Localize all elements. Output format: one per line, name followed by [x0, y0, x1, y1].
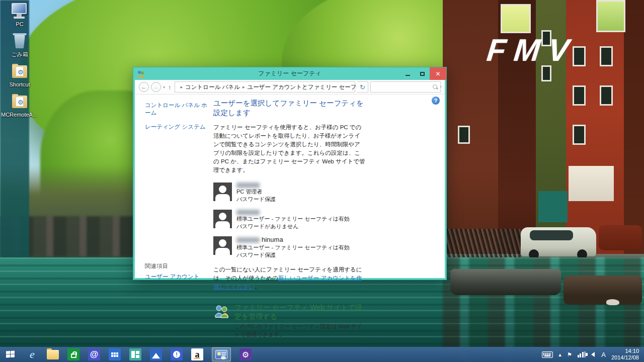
moored-boat — [564, 276, 642, 305]
sidebar-item-control-panel-home[interactable]: コントロール パネル ホーム — [145, 102, 213, 117]
user-row-standard[interactable]: 標準ユーザー - ファミリー セーフティは有効 パスワードがありません — [213, 210, 365, 230]
duck — [606, 299, 619, 305]
search-input[interactable] — [373, 84, 433, 90]
breadcrumb-separator: ▸ — [179, 84, 185, 89]
user-list: PC 管理者 パスワード保護 標準ユーザー - ファミリー セーフティは有効 パ… — [213, 183, 365, 259]
desktop-icon-label: ごみ箱 — [1, 51, 38, 57]
page-title: ユーザーを選択してファミリー セーフティを設定します — [213, 99, 365, 118]
user-role: PC 管理者 — [236, 188, 276, 196]
show-hidden-icons[interactable]: ▴ — [558, 351, 561, 358]
user-row-admin[interactable]: PC 管理者 パスワード保護 — [213, 183, 365, 203]
file-explorer-icon[interactable] — [47, 348, 59, 360]
window-controls: ✕ — [400, 67, 446, 80]
clock-date: 2014/12/08 — [611, 354, 639, 361]
refresh-button[interactable]: ↻ — [357, 81, 368, 93]
settings-icon[interactable]: ⚙ — [239, 348, 252, 360]
taskbar: e @ ! a ⚙ ▴ ⚑ A 14:10 2014/12/08 — [0, 347, 644, 362]
white-car — [521, 227, 596, 256]
user-avatar-icon — [213, 236, 232, 255]
clock-time: 14:10 — [611, 348, 639, 354]
desktop: FMV PC ごみ箱 ⚙ Shortcut ⚙ MCRemoteAcc... フ… — [0, 0, 644, 362]
touch-keyboard-icon[interactable] — [542, 351, 553, 358]
storefront — [569, 166, 614, 201]
desktop-icons: PC ごみ箱 ⚙ Shortcut ⚙ MCRemoteAcc... — [1, 3, 38, 124]
desktop-icon-label: MCRemoteAcc... — [1, 112, 38, 118]
user-role: 標準ユーザー - ファミリー セーフティは有効 — [236, 244, 350, 251]
house-window — [501, 4, 531, 33]
desktop-icon-shortcut[interactable]: ⚙ Shortcut — [1, 63, 38, 87]
create-account-note: この一覧にない人にファミリー セーフティを適用するには、その人が使うための新しい… — [213, 265, 365, 291]
sidebar: コントロール パネル ホーム レーティング システム 関連項目 ユーザー アカウ… — [145, 102, 213, 276]
action-center-flag-icon[interactable]: ⚑ — [567, 351, 572, 358]
parked-bicycles — [445, 229, 521, 258]
family-safety-window: ファミリー セーフティ ✕ ← → ▾ ↑ ▸ コントロール パネル — [133, 67, 447, 280]
ime-indicator[interactable]: A — [601, 351, 606, 358]
house-window — [573, 85, 586, 106]
breadcrumb-item-control-panel[interactable]: コントロール パネル — [184, 83, 241, 91]
user-password-status: パスワードがありません — [236, 223, 350, 230]
history-dropdown-icon[interactable]: ▾ — [163, 85, 165, 89]
maximize-button[interactable] — [415, 67, 430, 80]
house-window — [600, 85, 613, 106]
breadcrumb-item-user-accounts[interactable]: ユーザー アカウントとファミリー セーフティ — [246, 83, 369, 91]
user-avatar-icon — [213, 183, 232, 201]
search-box[interactable] — [370, 81, 441, 93]
related-items: 関連項目 ユーザー アカウント — [145, 262, 200, 287]
car-window — [530, 230, 573, 240]
volume-icon[interactable] — [591, 352, 595, 357]
window-content: ? コントロール パネル ホーム レーティング システム 関連項目 ユーザー ア… — [135, 95, 445, 278]
desktop-icon-pc[interactable]: PC — [1, 3, 38, 27]
clock[interactable]: 14:10 2014/12/08 — [611, 348, 639, 361]
user-accounts-icon — [215, 350, 227, 359]
mail-icon[interactable]: @ — [88, 348, 100, 360]
amazon-icon[interactable]: a — [191, 348, 203, 360]
website-task-heading[interactable]: ファミリー セーフティ Web サイトで設定を管理する — [234, 303, 365, 321]
back-button[interactable]: ← — [139, 82, 149, 92]
red-car — [599, 225, 642, 250]
up-button[interactable]: ↑ — [168, 83, 172, 91]
store-icon[interactable] — [67, 348, 79, 360]
windows-logo-icon — [6, 350, 15, 358]
window-titlebar[interactable]: ファミリー セーフティ ✕ — [133, 67, 446, 80]
user-row-hinuma[interactable]: hinuma 標準ユーザー - ファミリー セーフティは有効 パスワード保護 — [213, 236, 365, 259]
apps-menu-icon[interactable] — [109, 348, 121, 360]
user-name — [236, 183, 276, 188]
start-button[interactable] — [0, 347, 20, 362]
network-icon[interactable] — [578, 351, 586, 357]
user-role: 標準ユーザー - ファミリー セーフティは有効 — [236, 215, 350, 223]
window-title: ファミリー セーフティ — [133, 69, 446, 78]
sidebar-item-rating-system[interactable]: レーティング システム — [145, 123, 213, 131]
minimize-button[interactable] — [400, 67, 415, 80]
breadcrumb-separator: ▸ — [241, 84, 247, 89]
pc-icon — [10, 3, 30, 20]
close-button[interactable]: ✕ — [430, 67, 446, 80]
recycle-bin-icon — [10, 33, 30, 50]
family-safety-taskbar-button[interactable] — [212, 347, 231, 361]
house-window — [458, 126, 470, 144]
user-avatar-icon — [213, 210, 232, 228]
internet-explorer-icon[interactable]: e — [26, 348, 38, 360]
website-task-description: この PC のファミリー セーフティ設定は Web サイトで管理できます。 — [234, 323, 365, 338]
related-items-header: 関連項目 — [145, 262, 200, 270]
user-password-status: パスワード保護 — [236, 196, 276, 203]
desktop-icon-label: PC — [1, 21, 38, 27]
touch-guide-icon[interactable]: ! — [171, 348, 183, 360]
manage-on-website-task[interactable]: ファミリー セーフティ Web サイトで設定を管理する この PC のファミリー… — [213, 303, 365, 338]
desktop-icon-mcremoteacc[interactable]: ⚙ MCRemoteAcc... — [1, 94, 38, 118]
family-safety-users-icon — [213, 303, 229, 319]
search-icon[interactable] — [433, 84, 438, 89]
breadcrumb[interactable]: ▸ コントロール パネル ▸ ユーザー アカウントとファミリー セーフティ ▸ … — [175, 81, 355, 93]
folder-icon: ⚙ — [10, 63, 30, 80]
fmv-logo: FMV — [485, 32, 579, 68]
house-window — [596, 0, 625, 32]
help-icon[interactable]: ? — [432, 97, 440, 105]
forward-button[interactable]: → — [151, 82, 161, 92]
blurred-name — [236, 210, 260, 215]
photos-icon[interactable] — [150, 348, 162, 360]
sidebar-item-user-accounts[interactable]: ユーザー アカウント — [145, 273, 200, 281]
layout-icon[interactable] — [129, 348, 141, 360]
desktop-icon-recycle-bin[interactable]: ごみ箱 — [1, 33, 38, 57]
desktop-icon-label: Shortcut — [1, 81, 38, 87]
intro-text: ファミリー セーフティを使用すると、お子様の PC での活動についてレポートを取… — [213, 123, 365, 174]
user-name — [236, 210, 350, 215]
